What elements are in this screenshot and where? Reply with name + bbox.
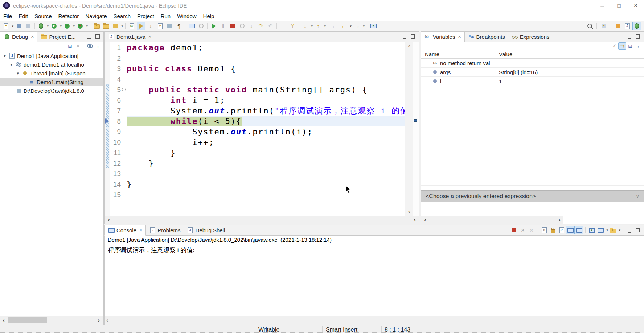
show-stderr-icon[interactable] — [575, 226, 583, 234]
scroll-right-arrow[interactable]: › — [556, 216, 563, 224]
scroll-right-arrow[interactable]: › — [411, 216, 418, 224]
mark-occurrences-icon[interactable] — [137, 22, 145, 30]
expand-arrow-icon[interactable]: ▾ — [3, 54, 7, 58]
code-line-10[interactable]: 10 i++; — [110, 137, 405, 147]
code-line-5[interactable]: 5− public static void main(String[] args… — [110, 84, 405, 95]
menu-edit[interactable]: Edit — [15, 13, 31, 19]
empty-row[interactable] — [421, 158, 644, 167]
code-line-9[interactable]: 9 System.out.println(i); — [110, 126, 405, 137]
perspective-resource-icon[interactable] — [614, 22, 622, 30]
tab-breakpoints[interactable]: Breakpoints — [465, 32, 508, 42]
column-value[interactable]: Value — [496, 51, 644, 57]
code-line-15[interactable]: 15 — [110, 190, 405, 200]
remove-launch-icon[interactable]: × — [518, 226, 527, 234]
terminate-icon[interactable] — [228, 22, 237, 30]
tab-project-explorer[interactable]: Project E... — [37, 32, 79, 42]
scroll-lock-icon[interactable] — [549, 226, 557, 234]
minimize-view-icon[interactable] — [625, 226, 633, 234]
terminate-console-icon[interactable] — [510, 226, 518, 234]
tab-debug[interactable]: Debug× — [0, 31, 37, 42]
menu-run[interactable]: Run — [157, 13, 174, 19]
code-editor[interactable]: 1package demo1;23public class Demo1 {45−… — [105, 42, 419, 216]
code-line-13[interactable]: 13 — [110, 168, 405, 179]
editor-horizontal-scrollbar[interactable]: ‹ › — [105, 216, 419, 224]
open-declaration-icon[interactable]: ↵ — [156, 22, 164, 30]
save-all-icon[interactable] — [24, 22, 33, 30]
disconnect-icon[interactable] — [238, 22, 246, 30]
scroll-left-arrow[interactable]: ‹ — [422, 216, 428, 224]
scroll-up-arrow[interactable]: ∧ — [405, 43, 413, 48]
empty-row[interactable] — [421, 122, 644, 131]
perspective-debug-icon[interactable] — [632, 22, 641, 30]
view-menu-icon[interactable]: ⋮ — [94, 42, 102, 50]
code-line-6[interactable]: 6 int i = 1; — [110, 95, 405, 105]
close-tab-icon[interactable]: × — [458, 34, 461, 39]
show-logical-structures-icon[interactable]: ⇉ — [618, 42, 626, 50]
last-edit-location-icon[interactable]: ← — [330, 22, 339, 30]
column-divider[interactable] — [496, 50, 496, 229]
suspend-icon[interactable]: ‖ — [219, 22, 227, 30]
code-line-7[interactable]: 7 System.out.println("程序调试演示，注意观察 i 的值: … — [110, 105, 405, 116]
pin-editor-icon[interactable]: ● — [369, 22, 378, 30]
view-menu-icon[interactable]: ⋮ — [634, 42, 642, 50]
menu-refactor[interactable]: Refactor — [55, 13, 82, 19]
overview-ruler[interactable] — [413, 42, 419, 216]
run-to-line-icon[interactable]: ↓▾ — [301, 22, 309, 30]
show-console-icon[interactable] — [187, 22, 196, 30]
empty-row[interactable] — [421, 140, 644, 149]
forward-icon[interactable]: →▾ — [353, 22, 361, 30]
tab-problems[interactable]: ▪Problems — [146, 225, 184, 235]
menu-file[interactable]: File — [0, 13, 15, 19]
scroll-left-arrow[interactable]: ‹ — [106, 317, 108, 324]
next-annotation-icon[interactable]: ↓ — [146, 22, 155, 30]
menu-window[interactable]: Window — [174, 13, 200, 19]
maximize-view-icon[interactable] — [633, 226, 642, 234]
resume-icon[interactable] — [209, 22, 218, 30]
save-icon[interactable] — [15, 22, 23, 30]
display-console-icon[interactable]: ▾ — [596, 226, 605, 234]
maximize-window-button[interactable]: □ — [611, 0, 627, 11]
step-over-icon[interactable]: ↷ — [257, 22, 265, 30]
scroll-left-arrow[interactable]: ‹ — [0, 316, 7, 325]
scrollbar-thumb[interactable] — [8, 317, 47, 323]
menu-search[interactable]: Search — [110, 13, 134, 19]
show-stdout-icon[interactable] — [566, 226, 575, 234]
variables-horizontal-scrollbar[interactable]: ‹ › — [421, 216, 563, 224]
collapse-all-icon[interactable]: ⊟ — [626, 42, 634, 50]
clear-console-icon[interactable]: × — [540, 226, 549, 234]
tree-item-thread[interactable]: ▾Thread [main] (Suspen — [0, 69, 103, 78]
close-window-button[interactable]: × — [627, 0, 644, 11]
minimize-window-button[interactable]: – — [594, 0, 611, 11]
empty-row[interactable] — [421, 176, 644, 186]
minimize-view-icon[interactable] — [625, 32, 633, 41]
minimize-view-icon[interactable] — [85, 32, 93, 41]
minimize-view-icon[interactable] — [400, 32, 409, 41]
debug-horizontal-scrollbar[interactable]: ‹ › — [0, 316, 103, 325]
drop-to-frame-icon[interactable]: ≡ — [279, 22, 287, 30]
step-into-icon[interactable]: ↓ — [247, 22, 256, 30]
empty-row[interactable] — [421, 86, 644, 95]
perspective-java-icon[interactable]: J — [623, 22, 632, 30]
empty-row[interactable] — [421, 95, 644, 104]
empty-row[interactable] — [421, 149, 644, 158]
code-line-4[interactable]: 4 — [110, 74, 405, 84]
profile-icon[interactable]: ●▾ — [76, 22, 85, 30]
menu-navigate[interactable]: Navigate — [82, 13, 110, 19]
code-line-12[interactable]: 12 } — [110, 158, 405, 168]
tab-debug-shell[interactable]: JDebug Shell — [184, 225, 229, 235]
step-return-icon[interactable]: ↶ — [266, 22, 275, 30]
empty-row[interactable] — [421, 167, 644, 176]
search-flashlight-icon[interactable]: ▾ — [111, 22, 120, 30]
remove-all-terminated-icon[interactable]: × — [527, 226, 536, 234]
current-line-marker[interactable] — [414, 119, 417, 122]
code-line-14[interactable]: 14} — [110, 179, 405, 190]
variables-header-row[interactable]: NameValue — [421, 50, 644, 59]
new-wizard-icon[interactable]: +▾ — [1, 22, 10, 30]
pin-console-icon[interactable]: ● — [587, 226, 596, 234]
annotation-icon[interactable]: @ — [127, 22, 136, 30]
menu-help[interactable]: Help — [200, 13, 218, 19]
tree-item-jdk[interactable]: D:\Develop\Java\jdk1.8.0 — [0, 86, 103, 95]
code-line-11[interactable]: 11 } — [110, 147, 405, 158]
expand-arrow-icon[interactable]: ▾ — [16, 71, 20, 76]
code-line-8[interactable]: 8 while(i < 5){ — [110, 116, 405, 126]
